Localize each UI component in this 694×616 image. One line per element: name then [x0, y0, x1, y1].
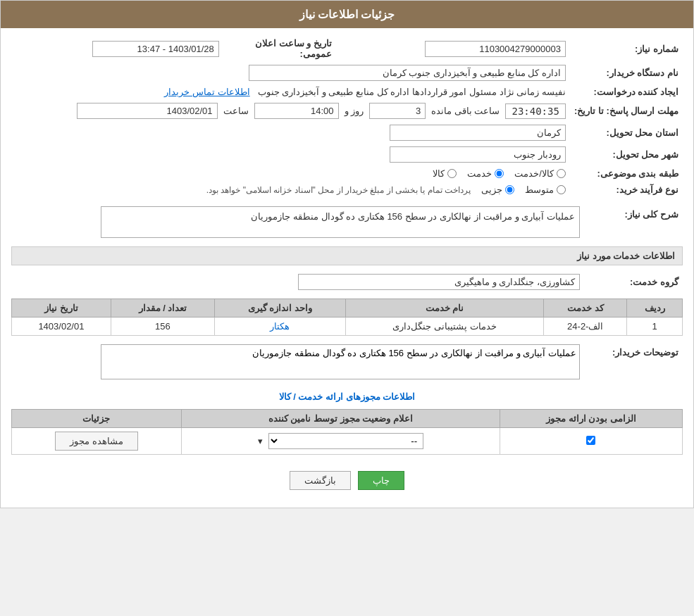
purchase-type-label: نوع فرآیند خرید:: [570, 182, 683, 198]
category-kala-khedmat: کالا/خدمت: [514, 168, 566, 179]
remaining-label: ساعت باقی مانده: [431, 106, 500, 116]
need-number-value: 1103004279000003: [336, 35, 570, 62]
creator-label: ایجاد کننده درخواست:: [570, 84, 683, 100]
permissions-section-title: اطلاعات مجوزهای ارائه خدمت / کالا: [11, 391, 683, 402]
creator-value: نفیسه زمانی نژاد مسئول امور قراردادها اد…: [11, 84, 570, 100]
countdown-display: 23:40:35: [505, 103, 565, 119]
permissions-table-head: الزامی بودن ارائه مجوز اعلام وضعیت مجوز …: [12, 410, 683, 428]
buyer-org-label: نام دستگاه خریدار:: [570, 62, 683, 84]
deadline-datetime-row: 23:40:35 ساعت باقی مانده 3 روز و 14:00 س…: [16, 103, 566, 119]
buyer-description-table: توضیحات خریدار:: [11, 341, 683, 384]
cell-row-num: 1: [627, 318, 683, 336]
services-table-head: ردیف کد خدمت نام خدمت واحد اندازه گیری ت…: [12, 299, 683, 318]
perm-status-select[interactable]: --: [268, 433, 423, 449]
page-wrapper: جزئیات اطلاعات نیاز شماره نیاز: 11030042…: [0, 0, 694, 508]
announce-datetime-field: 1403/01/28 - 13:47: [92, 41, 219, 57]
province-field: کرمان: [390, 125, 566, 141]
permissions-header-row: الزامی بودن ارائه مجوز اعلام وضعیت مجوز …: [12, 410, 683, 428]
creator-contact-link[interactable]: اطلاعات تماس خریدار: [164, 87, 249, 97]
purchase-type-motavaset-radio[interactable]: [557, 185, 566, 194]
deadline-date-field: 1403/02/01: [77, 103, 218, 119]
back-button[interactable]: بازگشت: [290, 471, 351, 490]
time-label: ساعت: [223, 106, 249, 116]
city-row: شهر محل تحویل: رودبار جنوب: [11, 144, 683, 165]
col-quantity: تعداد / مقدار: [111, 299, 214, 318]
cell-quantity: 156: [111, 318, 214, 336]
city-value: رودبار جنوب: [11, 144, 570, 165]
service-group-row: گروه خدمت: کشاورزی، جنگلداری و ماهیگیری: [11, 271, 683, 293]
city-field: رودبار جنوب: [390, 146, 566, 163]
buyer-description-value: [11, 341, 584, 384]
need-number-field: 1103004279000003: [425, 41, 566, 57]
purchase-type-jozi-radio[interactable]: [505, 185, 514, 194]
bottom-buttons: چاپ بازگشت: [11, 460, 683, 501]
deadline-row: مهلت ارسال پاسخ: تا تاریخ: 23:40:35 ساعت…: [11, 100, 683, 122]
page-header: جزئیات اطلاعات نیاز: [1, 1, 693, 28]
purchase-type-row: نوع فرآیند خرید: متوسط جزیی: [11, 182, 683, 198]
buyer-org-value: اداره کل منابع طبیعی و آبخیزداری جنوب کر…: [11, 62, 570, 84]
print-button[interactable]: چاپ: [358, 471, 404, 490]
table-row: 1 الف-2-24 خدمات پشتیبانی جنگل‌داری هکتا…: [12, 318, 683, 336]
perm-col-required: الزامی بودن ارائه مجوز: [500, 410, 682, 428]
perm-details-cell: مشاهده مجوز: [12, 428, 182, 455]
category-kala: کالا: [433, 168, 457, 179]
services-header-row: ردیف کد خدمت نام خدمت واحد اندازه گیری ت…: [12, 299, 683, 318]
category-label: طبقه بندی موضوعی:: [570, 165, 683, 182]
category-options: کالا/خدمت خدمت کالا: [11, 165, 570, 182]
province-row: استان محل تحویل: کرمان: [11, 122, 683, 144]
cell-service-name: خدمات پشتیبانی جنگل‌داری: [345, 318, 544, 336]
services-table-body: 1 الف-2-24 خدمات پشتیبانی جنگل‌داری هکتا…: [12, 318, 683, 336]
category-radio-group: کالا/خدمت خدمت کالا: [16, 168, 566, 179]
deadline-label: مهلت ارسال پاسخ: تا تاریخ:: [570, 100, 683, 122]
service-group-field: کشاورزی، جنگلداری و ماهیگیری: [298, 274, 580, 290]
permissions-table: الزامی بودن ارائه مجوز اعلام وضعیت مجوز …: [11, 409, 683, 455]
page-title: جزئیات اطلاعات نیاز: [299, 8, 395, 20]
perm-status-cell: -- ▾: [181, 428, 500, 455]
general-need-section: شرح کلی نیاز: عملیات آبیاری و مراقبت از …: [11, 203, 683, 241]
purchase-type-options: متوسط جزیی پرداخت تمام یا بخشی از مبلغ خ…: [11, 182, 570, 198]
view-permission-button[interactable]: مشاهده مجوز: [55, 432, 138, 451]
creator-row: ایجاد کننده درخواست: نفیسه زمانی نژاد مس…: [11, 84, 683, 100]
purchase-type-note: پرداخت تمام یا بخشی از مبلغ خریدار از مح…: [206, 185, 471, 195]
deadline-value: 23:40:35 ساعت باقی مانده 3 روز و 14:00 س…: [11, 100, 570, 122]
city-label: شهر محل تحویل:: [570, 144, 683, 165]
services-table: ردیف کد خدمت نام خدمت واحد اندازه گیری ت…: [11, 298, 683, 336]
general-need-row: شرح کلی نیاز: عملیات آبیاری و مراقبت از …: [11, 203, 683, 241]
info-table: شماره نیاز: 1103004279000003 تاریخ و ساع…: [11, 35, 683, 198]
chevron-down-icon: ▾: [258, 436, 263, 446]
buyer-org-field: اداره کل منابع طبیعی و آبخیزداری جنوب کر…: [249, 65, 566, 81]
purchase-type-radio-group: متوسط جزیی: [481, 184, 566, 195]
category-kala-radio[interactable]: [447, 169, 457, 178]
category-row: طبقه بندی موضوعی: کالا/خدمت خدمت: [11, 165, 683, 182]
announce-datetime-label: تاریخ و ساعت اعلان عمومی:: [223, 35, 336, 62]
days-label: روز و: [345, 106, 364, 116]
purchase-type-motavaset: متوسط: [525, 184, 566, 195]
deadline-time-field: 14:00: [254, 103, 339, 119]
category-khedmat: خدمت: [467, 168, 504, 179]
service-group-table: گروه خدمت: کشاورزی، جنگلداری و ماهیگیری: [11, 271, 683, 293]
province-value: کرمان: [11, 122, 570, 144]
buyer-org-row: نام دستگاه خریدار: اداره کل منابع طبیعی …: [11, 62, 683, 84]
announce-datetime-value: 1403/01/28 - 13:47: [11, 35, 223, 62]
purchase-type-area: متوسط جزیی پرداخت تمام یا بخشی از مبلغ خ…: [16, 184, 566, 195]
need-number-label: شماره نیاز:: [570, 35, 683, 62]
province-label: استان محل تحویل:: [570, 122, 683, 144]
col-service-code: کد خدمت: [544, 299, 627, 318]
category-kala-khedmat-radio[interactable]: [557, 169, 566, 178]
perm-required-checkbox[interactable]: [586, 436, 595, 445]
perm-col-details: جزئیات: [12, 410, 182, 428]
service-group-value: کشاورزی، جنگلداری و ماهیگیری: [11, 271, 584, 293]
col-service-name: نام خدمت: [345, 299, 544, 318]
buyer-description-row: توضیحات خریدار:: [11, 341, 683, 384]
general-need-field: عملیات آبیاری و مراقبت از نهالکاری در سط…: [101, 206, 580, 238]
purchase-type-jozi: جزیی: [481, 184, 514, 195]
perm-required-cell: [500, 428, 682, 455]
cell-unit: هکتار: [215, 318, 346, 336]
cell-service-code: الف-2-24: [544, 318, 627, 336]
category-khedmat-radio[interactable]: [495, 169, 504, 178]
col-row-num: ردیف: [627, 299, 683, 318]
buyer-description-field[interactable]: [101, 344, 580, 379]
table-row: -- ▾ مشاهده مجوز: [12, 428, 683, 455]
general-need-label: شرح کلی نیاز:: [584, 203, 683, 241]
service-group-label: گروه خدمت:: [584, 271, 683, 293]
